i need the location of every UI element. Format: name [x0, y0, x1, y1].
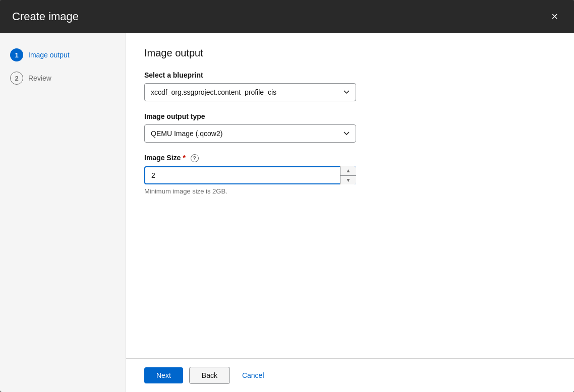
- sidebar-label-image-output: Image output: [28, 51, 70, 59]
- content-area: Image output Select a blueprint xccdf_or…: [126, 33, 574, 358]
- blueprint-form-group: Select a blueprint xccdf_org.ssgproject.…: [144, 71, 556, 101]
- sidebar: 1 Image output 2 Review: [0, 33, 126, 392]
- next-button[interactable]: Next: [144, 367, 183, 383]
- image-size-input[interactable]: [144, 166, 356, 184]
- back-button[interactable]: Back: [189, 367, 230, 384]
- image-size-required: *: [183, 154, 185, 162]
- sidebar-item-image-output[interactable]: 1 Image output: [8, 45, 118, 64]
- content-title: Image output: [144, 47, 556, 59]
- image-size-decrement-button[interactable]: ▼: [340, 176, 356, 185]
- image-size-form-group: Image Size* ? ▲ ▼ Minimum image size is …: [144, 154, 556, 195]
- image-size-label: Image Size* ?: [144, 154, 556, 162]
- image-size-help-icon[interactable]: ?: [191, 154, 199, 162]
- sidebar-item-review[interactable]: 2 Review: [8, 69, 118, 88]
- step-number-2: 2: [10, 72, 23, 85]
- modal-footer: Next Back Cancel: [126, 358, 574, 392]
- blueprint-label: Select a blueprint: [144, 71, 556, 79]
- output-type-select[interactable]: QEMU Image (.qcow2): [144, 124, 356, 143]
- image-size-spinners: ▲ ▼: [340, 166, 356, 184]
- cancel-button[interactable]: Cancel: [236, 367, 270, 383]
- output-type-form-group: Image output type QEMU Image (.qcow2): [144, 112, 556, 143]
- modal-body: 1 Image output 2 Review Image output Sel…: [0, 33, 574, 392]
- image-size-input-wrapper: ▲ ▼: [144, 166, 356, 184]
- modal-title: Create image: [12, 10, 79, 23]
- image-size-increment-button[interactable]: ▲: [340, 166, 356, 176]
- blueprint-select[interactable]: xccdf_org.ssgproject.content_profile_cis: [144, 83, 356, 101]
- step-number-1: 1: [10, 48, 23, 61]
- sidebar-label-review: Review: [28, 74, 51, 82]
- content-panel: Image output Select a blueprint xccdf_or…: [126, 33, 574, 392]
- image-size-helper-text: Minimum image size is 2GB.: [144, 187, 556, 195]
- create-image-modal: Create image × 1 Image output 2 Review I…: [0, 0, 574, 392]
- close-button[interactable]: ×: [547, 9, 562, 24]
- output-type-label: Image output type: [144, 112, 556, 120]
- modal-header: Create image ×: [0, 0, 574, 33]
